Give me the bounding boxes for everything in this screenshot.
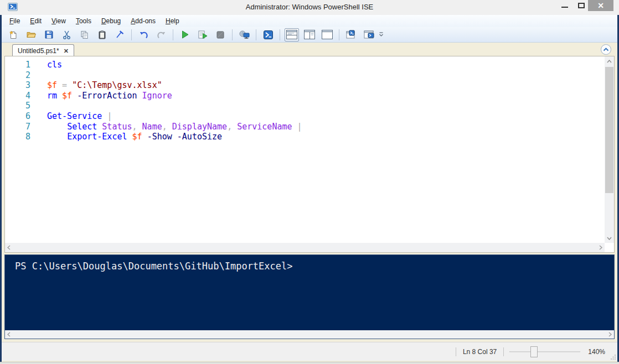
- code-line[interactable]: [47, 70, 605, 81]
- cut-icon: [63, 30, 71, 39]
- zoom-slider[interactable]: [509, 346, 580, 357]
- chevron-left-icon: [7, 332, 11, 337]
- code-line[interactable]: Select Status, Name, DisplayName, Servic…: [47, 122, 605, 132]
- editor-vertical-scrollbar[interactable]: [605, 56, 614, 243]
- open-script-button[interactable]: [24, 28, 38, 41]
- toolbar-separator: [232, 29, 233, 40]
- menu-help[interactable]: Help: [161, 15, 184, 27]
- line-number: 2: [5, 70, 39, 81]
- scroll-up-arrow[interactable]: [605, 56, 614, 66]
- chevron-left-icon: [7, 245, 11, 250]
- new-remote-powershell-tab-icon: [239, 30, 250, 39]
- console-horizontal-scrollbar[interactable]: [5, 330, 614, 339]
- console-pane[interactable]: PS C:\Users\Douglas\Documents\GitHub\Imp…: [5, 255, 614, 330]
- redo-icon: [157, 30, 166, 39]
- undo-icon: [139, 30, 148, 39]
- script-pane-toggle-a-icon: [346, 30, 357, 39]
- window-border-left: [0, 15, 2, 364]
- line-number: 3: [5, 80, 39, 91]
- show-script-pane-maximized-icon: [322, 30, 333, 39]
- code-line[interactable]: rm $f -ErrorAction Ignore: [47, 91, 605, 101]
- code-line[interactable]: [47, 101, 605, 111]
- window-border-bottom: [0, 362, 619, 364]
- paste-icon: [99, 30, 106, 39]
- menu-addons[interactable]: Add-ons: [126, 15, 161, 27]
- menu-file[interactable]: File: [4, 15, 25, 27]
- script-pane-toggle-b-button[interactable]: [362, 28, 376, 41]
- script-editor-pane[interactable]: 12345678 cls $f = "C:\Temp\gsv.xlsx"rm $…: [4, 56, 615, 253]
- close-button[interactable]: ✕: [588, 0, 613, 11]
- tab-untitled5[interactable]: Untitled5.ps1* ✕: [12, 44, 74, 57]
- editor-horizontal-scrollbar[interactable]: [5, 243, 605, 252]
- minimize-icon: [561, 7, 568, 8]
- tab-strip: Untitled5.ps1* ✕: [2, 43, 617, 56]
- toolbar-separator: [339, 29, 339, 40]
- line-number: 8: [5, 132, 39, 142]
- code-line[interactable]: Export-Excel $f -Show -AutoSize: [47, 132, 605, 142]
- copy-icon: [80, 30, 89, 39]
- redo-button[interactable]: [154, 28, 168, 41]
- chevron-up-icon: [607, 60, 612, 63]
- code-lines[interactable]: cls $f = "C:\Temp\gsv.xlsx"rm $f -ErrorA…: [39, 56, 605, 243]
- zoom-slider-thumb[interactable]: [530, 346, 538, 357]
- toolbar-overflow-button[interactable]: [379, 32, 384, 37]
- start-powershell-icon: [264, 30, 273, 39]
- cut-button[interactable]: [59, 28, 74, 41]
- powershell-ise-window: Administrator: Windows PowerShell ISE ✕ …: [0, 0, 619, 364]
- new-script-button[interactable]: [6, 28, 20, 41]
- code-line[interactable]: cls: [47, 60, 605, 70]
- code-area[interactable]: 12345678 cls $f = "C:\Temp\gsv.xlsx"rm $…: [5, 56, 605, 243]
- maximize-icon: [578, 3, 585, 8]
- chevron-down-icon: [607, 237, 612, 240]
- maximize-button[interactable]: [574, 0, 589, 11]
- code-line[interactable]: Get-Service |: [47, 111, 605, 122]
- line-number: 6: [5, 111, 39, 122]
- menu-debug[interactable]: Debug: [96, 15, 126, 27]
- menu-view[interactable]: View: [47, 15, 71, 27]
- chevron-up-icon: [603, 48, 609, 51]
- show-script-pane-maximized-button[interactable]: [320, 28, 334, 41]
- console-prompt: PS C:\Users\Douglas\Documents\GitHub\Imp…: [15, 261, 614, 272]
- chevron-right-icon: [599, 245, 602, 250]
- menu-tools[interactable]: Tools: [71, 15, 96, 27]
- status-bar: Ln 8 Col 37 140%: [2, 342, 617, 361]
- console-pane-wrap: PS C:\Users\Douglas\Documents\GitHub\Imp…: [4, 254, 615, 339]
- new-remote-powershell-tab-button[interactable]: [237, 28, 251, 41]
- menu-bar: FileEditViewToolsDebugAdd-onsHelp: [0, 15, 619, 27]
- show-script-pane-right-icon: [304, 30, 315, 39]
- paste-button[interactable]: [95, 28, 109, 41]
- script-pane-toggle-b-icon: [364, 30, 374, 39]
- start-powershell-button[interactable]: [261, 28, 275, 41]
- run-selection-button[interactable]: [195, 28, 210, 41]
- save-icon: [45, 30, 53, 39]
- cursor-position-label: Ln 8 Col 37: [462, 348, 498, 356]
- script-pane-toggle-a-button[interactable]: [344, 28, 358, 41]
- line-number: 5: [5, 101, 39, 111]
- save-button[interactable]: [42, 28, 56, 41]
- show-script-pane-top-button[interactable]: [285, 28, 299, 41]
- resize-grip-icon[interactable]: [611, 354, 616, 360]
- copy-button[interactable]: [77, 28, 91, 41]
- menu-edit[interactable]: Edit: [25, 15, 47, 27]
- tab-close-icon[interactable]: ✕: [64, 48, 69, 55]
- open-script-icon: [27, 30, 36, 39]
- editor-scrollbar-thumb[interactable]: [605, 67, 613, 193]
- clear-console-button[interactable]: [112, 28, 127, 41]
- window-title: Administrator: Windows PowerShell ISE: [0, 3, 619, 11]
- undo-button[interactable]: [136, 28, 151, 41]
- new-script-icon: [9, 30, 18, 39]
- collapse-pane-button[interactable]: [601, 44, 611, 55]
- run-script-button[interactable]: [178, 28, 192, 41]
- stop-operation-button[interactable]: [213, 28, 228, 41]
- toolbar-separator: [256, 29, 256, 40]
- minimize-button[interactable]: [557, 0, 572, 11]
- toolbar-separator: [131, 29, 132, 40]
- toolbar: [0, 27, 619, 43]
- run-script-icon: [182, 30, 189, 39]
- line-number: 4: [5, 91, 39, 101]
- zoom-slider-track[interactable]: [509, 351, 580, 352]
- line-number-gutter: 12345678: [5, 56, 39, 243]
- scroll-down-arrow[interactable]: [605, 233, 614, 243]
- code-line[interactable]: $f = "C:\Temp\gsv.xlsx": [47, 80, 605, 91]
- show-script-pane-right-button[interactable]: [302, 28, 317, 41]
